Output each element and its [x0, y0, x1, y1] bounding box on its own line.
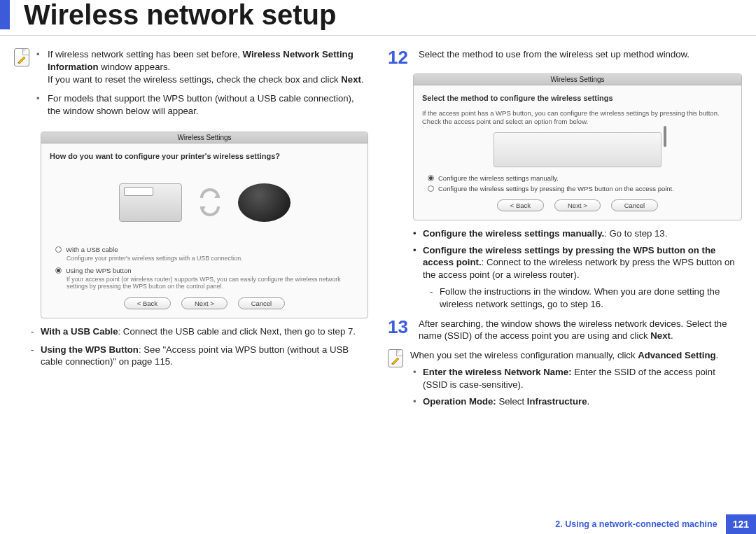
figure-back-button: < Back: [124, 297, 171, 309]
wps-button-item: Using the WPS Button: See "Access point …: [14, 344, 368, 369]
left-column: If wireless network setting has been set…: [14, 48, 368, 417]
figure-option-usb-desc: Configure your printer's wireless settin…: [66, 255, 359, 262]
page-footer: 2. Using a network-connected machine 121: [555, 514, 756, 534]
option-manual: Configure the wireless settings manually…: [410, 227, 742, 240]
step-text: After searching, the window shows the wi…: [419, 318, 742, 343]
radio-icon: [428, 185, 434, 192]
radio-icon-selected: [55, 267, 62, 274]
note-advanced-setting: When you set the wireless configuration …: [410, 349, 742, 362]
figure-subtext: If the access point has a WPS button, yo…: [422, 109, 733, 127]
figure-option-wps: Using the WPS button: [55, 267, 359, 274]
note-icon: [388, 349, 403, 367]
usb-cable-item: With a USB Cable: Connect the USB cable …: [14, 325, 368, 338]
figure-select-method: Wireless Settings Select the method to c…: [413, 73, 742, 220]
step-number: 13: [388, 318, 410, 336]
figure-cancel-button: Cancel: [238, 297, 286, 309]
radio-icon: [55, 246, 62, 253]
radio-icon-selected: [428, 175, 434, 181]
figure-option-wps-ap: Configure the wireless settings by press…: [428, 185, 733, 192]
page-title: Wireless network setup: [0, 0, 756, 29]
note-bullet-1: If wireless network setting has been set…: [36, 48, 368, 85]
router-illustration: [238, 183, 290, 222]
page-number: 121: [726, 514, 756, 534]
access-point-illustration: [493, 132, 662, 167]
figure-back-button: < Back: [497, 199, 544, 211]
figure-option-manual: Configure the wireless settings manually…: [428, 174, 733, 182]
chapter-label: 2. Using a network-connected machine: [555, 519, 717, 529]
note-enter-ssid: Enter the wireless Network Name: Enter t…: [410, 366, 742, 391]
figure-wireless-settings-usb-wps: Wireless Settings How do you want to con…: [41, 132, 368, 318]
figure-next-button: Next >: [181, 297, 227, 309]
figure-heading: How do you want to configure your printe…: [50, 152, 359, 160]
option-wps-ap: Configure the wireless settings by press…: [410, 244, 742, 281]
right-column: 12 Select the method to use from the wir…: [388, 48, 742, 417]
figure-titlebar: Wireless Settings: [414, 74, 741, 85]
step-text: Select the method to use from the wirele…: [419, 48, 742, 61]
note-bullet-2: For models that support the WPS button (…: [36, 92, 368, 118]
figure-option-wps-desc: If your access point (or wireless router…: [66, 276, 359, 290]
sync-arrows-icon: [196, 188, 224, 216]
figure-illustration: [50, 167, 359, 237]
option-follow-instructions: Follow the instructions in the window. W…: [427, 286, 742, 311]
step-12: 12 Select the method to use from the wir…: [388, 48, 742, 66]
step-number: 12: [388, 48, 410, 66]
figure-cancel-button: Cancel: [611, 199, 659, 211]
figure-next-button: Next >: [554, 199, 601, 211]
printer-illustration: [119, 183, 182, 222]
note-icon: [14, 48, 29, 66]
figure-option-usb: With a USB cable: [55, 246, 359, 253]
figure-heading: Select the method to configure the wirel…: [422, 94, 733, 102]
note-operation-mode: Operation Mode: Select Infrastructure.: [410, 395, 742, 408]
figure-titlebar: Wireless Settings: [41, 132, 368, 143]
step-13: 13 After searching, the window shows the…: [388, 318, 742, 343]
